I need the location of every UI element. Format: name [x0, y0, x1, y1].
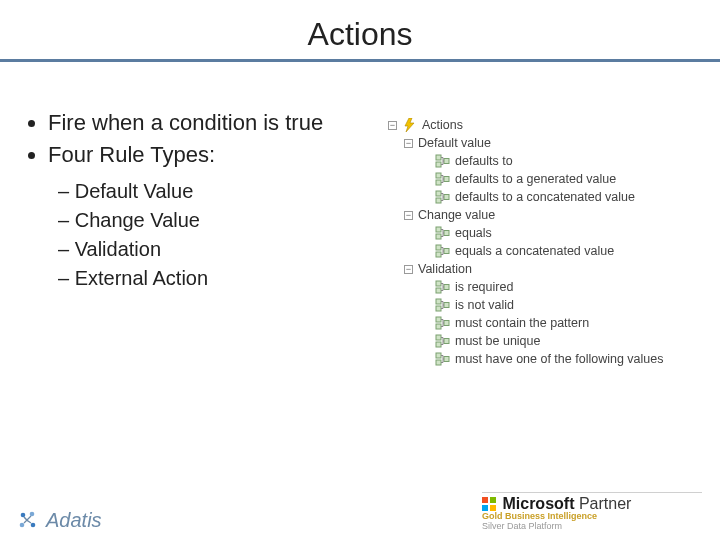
svg-rect-21: [444, 303, 449, 308]
svg-rect-20: [436, 306, 441, 311]
lightning-icon: [402, 118, 418, 132]
svg-point-34: [31, 522, 36, 527]
footer: Adatis Microsoft Partner Gold Business I…: [0, 492, 720, 532]
svg-rect-16: [436, 281, 441, 286]
svg-rect-28: [436, 353, 441, 358]
svg-rect-22: [436, 317, 441, 322]
svg-rect-26: [436, 342, 441, 347]
page-title: Actions: [0, 16, 720, 53]
svg-rect-11: [436, 234, 441, 239]
tree-item-label[interactable]: defaults to a generated value: [455, 172, 616, 186]
svg-rect-37: [482, 505, 488, 511]
bullet-item: Fire when a condition is true: [48, 108, 360, 138]
rule-icon: [435, 244, 451, 258]
ms-prefix: Microsoft: [502, 495, 574, 512]
adatis-text: Adatis: [46, 509, 102, 532]
svg-rect-19: [436, 299, 441, 304]
ms-silver: Silver Data Platform: [482, 522, 702, 532]
svg-rect-3: [444, 159, 449, 164]
tree-item-label[interactable]: must have one of the following values: [455, 352, 663, 366]
tree-group-label: Validation: [418, 262, 472, 276]
svg-point-32: [30, 511, 35, 516]
tree-item-label[interactable]: defaults to a concatenated value: [455, 190, 635, 204]
rule-icon: [435, 298, 451, 312]
svg-rect-17: [436, 288, 441, 293]
svg-rect-9: [444, 195, 449, 200]
microsoft-icon: [482, 497, 496, 511]
rule-icon: [435, 154, 451, 168]
tree-collapse-icon[interactable]: −: [404, 265, 413, 274]
tree-collapse-icon[interactable]: −: [388, 121, 397, 130]
svg-rect-23: [436, 324, 441, 329]
rule-icon: [435, 316, 451, 330]
rule-icon: [435, 334, 451, 348]
svg-point-33: [20, 522, 25, 527]
tree-item-label[interactable]: equals a concatenated value: [455, 244, 614, 258]
body-text: Fire when a condition is true Four Rule …: [30, 108, 360, 293]
business-rules-tree: − Actions − Default value defaults to: [384, 116, 690, 368]
svg-marker-0: [405, 118, 414, 132]
svg-rect-24: [444, 321, 449, 326]
svg-point-31: [21, 512, 26, 517]
svg-rect-27: [444, 339, 449, 344]
sub-item: Validation: [58, 235, 360, 264]
ms-partner-logo: Microsoft Partner Gold Business Intellig…: [482, 492, 702, 532]
svg-rect-10: [436, 227, 441, 232]
sub-item: External Action: [58, 264, 360, 293]
svg-rect-36: [490, 497, 496, 503]
tree-item-label[interactable]: is not valid: [455, 298, 514, 312]
ms-suffix: Partner: [579, 495, 631, 512]
tree-root-label: Actions: [422, 118, 463, 132]
svg-rect-12: [444, 231, 449, 236]
svg-rect-38: [490, 505, 496, 511]
tree-item-label[interactable]: is required: [455, 280, 513, 294]
svg-rect-13: [436, 245, 441, 250]
svg-rect-30: [444, 357, 449, 362]
svg-rect-29: [436, 360, 441, 365]
rule-icon: [435, 226, 451, 240]
rule-icon: [435, 190, 451, 204]
svg-rect-7: [436, 191, 441, 196]
svg-rect-35: [482, 497, 488, 503]
tree-group-label: Default value: [418, 136, 491, 150]
svg-rect-14: [436, 252, 441, 257]
bullet-item: Four Rule Types:: [48, 140, 360, 170]
svg-rect-18: [444, 285, 449, 290]
svg-rect-25: [436, 335, 441, 340]
svg-rect-1: [436, 155, 441, 160]
rule-icon: [435, 172, 451, 186]
adatis-logo: Adatis: [18, 509, 102, 532]
tree-collapse-icon[interactable]: −: [404, 139, 413, 148]
tree-item-label[interactable]: defaults to: [455, 154, 513, 168]
svg-rect-8: [436, 198, 441, 203]
svg-rect-15: [444, 249, 449, 254]
sub-item: Change Value: [58, 206, 360, 235]
svg-rect-2: [436, 162, 441, 167]
tree-group-label: Change value: [418, 208, 495, 222]
adatis-icon: [18, 510, 40, 532]
tree-item-label[interactable]: equals: [455, 226, 492, 240]
svg-rect-4: [436, 173, 441, 178]
svg-rect-6: [444, 177, 449, 182]
sub-item: Default Value: [58, 177, 360, 206]
tree-item-label[interactable]: must contain the pattern: [455, 316, 589, 330]
svg-rect-5: [436, 180, 441, 185]
tree-item-label[interactable]: must be unique: [455, 334, 540, 348]
tree-collapse-icon[interactable]: −: [404, 211, 413, 220]
rule-icon: [435, 280, 451, 294]
rule-icon: [435, 352, 451, 366]
